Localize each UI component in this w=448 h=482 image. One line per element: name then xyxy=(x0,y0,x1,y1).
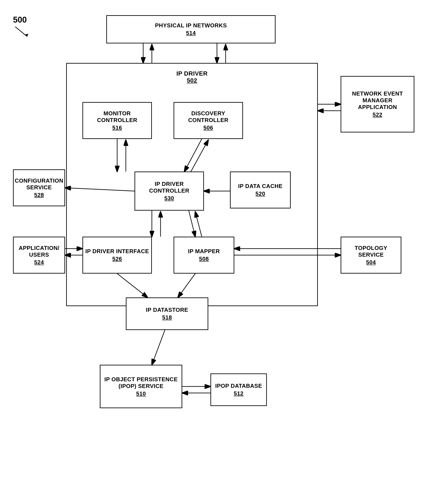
monitor-controller-box: MONITOR CONTROLLER 516 xyxy=(82,102,152,139)
ip-driver-interface-title: IP DRIVER INTERFACE xyxy=(85,248,149,255)
ip-driver-title: IP DRIVER xyxy=(176,70,208,77)
ipop-database-num: 512 xyxy=(234,390,244,397)
config-service-num: 528 xyxy=(34,192,44,198)
ip-driver-interface-num: 526 xyxy=(112,256,122,262)
ip-datastore-num: 518 xyxy=(162,314,172,321)
svg-line-26 xyxy=(152,330,165,365)
diagram-label-500: 500 xyxy=(13,15,30,39)
ip-object-persistence-box: IP OBJECT PERSISTENCE (IPOP) SERVICE 510 xyxy=(100,365,182,408)
ip-driver-controller-box: IP DRIVER CONTROLLER 530 xyxy=(134,171,204,211)
ip-mapper-num: 508 xyxy=(199,256,209,262)
ip-object-persistence-title: IP OBJECT PERSISTENCE (IPOP) SERVICE xyxy=(103,376,179,390)
topology-service-title: TOPOLOGY SERVICE xyxy=(343,245,399,258)
topology-service-box: TOPOLOGY SERVICE 504 xyxy=(341,237,401,273)
ipop-database-box: IPOP DATABASE 512 xyxy=(211,373,267,406)
ip-data-cache-box: IP DATA CACHE 520 xyxy=(230,171,291,209)
topology-service-num: 504 xyxy=(366,259,376,266)
physical-ip-networks-title: PHYSICAL IP NETWORKS xyxy=(155,22,227,29)
network-event-manager-title: NETWORK EVENT MANAGER APPLICATION xyxy=(343,90,412,111)
ip-mapper-box: IP MAPPER 508 xyxy=(173,237,234,273)
discovery-controller-title: DISCOVERY CONTROLLER xyxy=(176,110,240,124)
monitor-controller-title: MONITOR CONTROLLER xyxy=(85,110,149,124)
network-event-manager-box: NETWORK EVENT MANAGER APPLICATION 522 xyxy=(341,76,414,132)
ip-driver-interface-box: IP DRIVER INTERFACE 526 xyxy=(82,237,152,273)
app-users-num: 524 xyxy=(34,259,44,266)
ip-object-persistence-num: 510 xyxy=(136,390,146,397)
config-service-box: CONFIGURATION SERVICE 528 xyxy=(13,169,65,206)
app-users-box: APPLICATION/ USERS 524 xyxy=(13,237,65,273)
ip-driver-controller-num: 530 xyxy=(165,195,174,202)
ip-driver-controller-title: IP DRIVER CONTROLLER xyxy=(137,181,201,194)
ip-datastore-box: IP DATASTORE 518 xyxy=(126,297,208,330)
ip-driver-num: 502 xyxy=(176,77,208,84)
ip-mapper-title: IP MAPPER xyxy=(188,248,220,255)
svg-marker-1 xyxy=(25,34,28,36)
network-event-manager-num: 522 xyxy=(373,111,383,118)
app-users-title: APPLICATION/ USERS xyxy=(16,245,62,258)
monitor-controller-num: 516 xyxy=(112,124,122,131)
ipop-database-title: IPOP DATABASE xyxy=(215,383,262,389)
ip-data-cache-num: 520 xyxy=(256,190,265,197)
discovery-controller-box: DISCOVERY CONTROLLER 506 xyxy=(173,102,243,139)
config-service-title: CONFIGURATION SERVICE xyxy=(15,177,63,191)
physical-ip-networks-num: 514 xyxy=(186,30,196,36)
discovery-controller-num: 506 xyxy=(204,124,213,131)
ip-datastore-title: IP DATASTORE xyxy=(146,306,188,313)
physical-ip-networks-box: PHYSICAL IP NETWORKS 514 xyxy=(106,15,275,43)
ip-data-cache-title: IP DATA CACHE xyxy=(238,183,283,190)
